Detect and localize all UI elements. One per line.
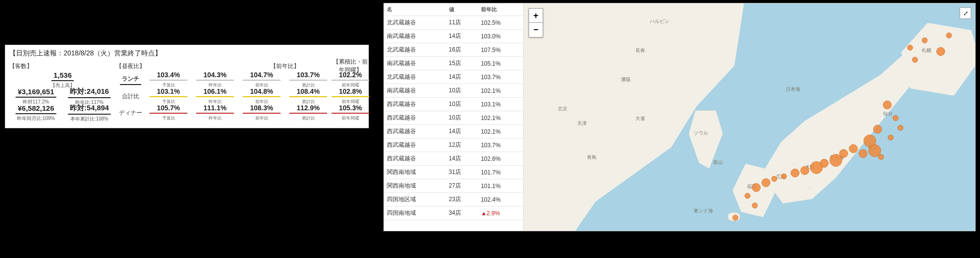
table-row[interactable]: 南武蔵越谷10店102.1% (384, 84, 523, 98)
m-1-2: 104.8%前年比 (238, 87, 285, 105)
hdr-hiruyoru: 【昼夜比】 (116, 62, 145, 70)
sales-summary-panel: 【日別売上速報：2018/8/28（火）営業終了時点】 【客数】 【昼夜比】 【… (5, 45, 369, 128)
zoom-out-button[interactable]: − (529, 23, 543, 37)
map-marker[interactable] (830, 154, 842, 167)
table-cell: ▲2.9% (478, 206, 523, 220)
table-cell: 12店 (446, 138, 478, 152)
m-2-0: 105.7%予算比 (145, 104, 192, 121)
table-cell: 103.7% (478, 70, 523, 84)
map-marker[interactable] (800, 166, 809, 175)
map-marker[interactable] (936, 47, 945, 56)
map-marker[interactable] (771, 176, 777, 182)
map-marker[interactable] (810, 161, 823, 174)
table-row[interactable]: 北武蔵越谷14店103.7% (384, 70, 523, 84)
m-0-0: 103.4%予算比 (145, 71, 192, 88)
table-cell: 14店 (446, 125, 478, 138)
map-marker[interactable] (752, 183, 761, 192)
table-cell: 102.4% (478, 193, 523, 206)
table-row[interactable]: 四国南地域34店▲2.9% (384, 206, 523, 220)
map-label: 青島 (587, 154, 597, 161)
map-marker[interactable] (745, 193, 750, 199)
map-marker[interactable] (922, 37, 928, 43)
table-cell: 西武蔵越谷 (384, 111, 446, 125)
hdr-zennenhi: 【前年比】 (238, 62, 332, 70)
map-marker[interactable] (893, 115, 898, 121)
table-cell: 103.1% (478, 98, 523, 111)
table-row[interactable]: 関西南地域31店101.7% (384, 166, 523, 179)
table-cell: 10店 (446, 111, 478, 125)
m-0-2: 104.7%前年比 (238, 71, 285, 88)
table-cell: 103.7% (478, 138, 523, 152)
map-marker[interactable] (897, 125, 903, 131)
table-row[interactable]: 西武蔵越谷10店103.1% (384, 98, 523, 111)
map-marker[interactable] (888, 135, 894, 140)
map-label: ハルビン (650, 18, 669, 25)
m-2-4: 105.3%前年同曜 (332, 104, 369, 121)
hdr-kyakusu: 【客数】 (9, 62, 63, 70)
table-cell: 14店 (446, 70, 478, 84)
table-cell: 西武蔵越谷 (384, 138, 446, 152)
table-cell: 15店 (446, 57, 478, 70)
map-marker[interactable] (791, 169, 799, 177)
sales-title: 【日別売上速報：2018/8/28（火）営業終了時点】 (9, 48, 365, 61)
table-row[interactable]: 西武蔵越谷10店102.1% (384, 111, 523, 125)
map-marker[interactable] (878, 154, 884, 160)
r2-v2: 昨対:54,894本年累計比:108% (63, 103, 116, 122)
map-marker[interactable] (912, 57, 918, 63)
table-cell: 27店 (446, 179, 478, 193)
table-cell: 34店 (446, 206, 478, 220)
map-marker[interactable] (752, 203, 758, 208)
map-marker[interactable] (849, 144, 858, 153)
region-table: 名 値 前年比 北武蔵越谷11店102.5%南武蔵越谷14店103.0%北武蔵越… (384, 3, 524, 231)
table-row[interactable]: 西武蔵越谷12店103.7% (384, 138, 523, 152)
map-label: 天津 (577, 120, 587, 127)
map-label: 北京 (558, 105, 567, 112)
map-label: 長春 (635, 47, 645, 54)
sales-grid: 【客数】 【昼夜比】 【前年比】 【累積比・前年同曜】 1,536 【売上高】 … (9, 61, 365, 121)
table-cell: 北武蔵越谷 (384, 16, 446, 30)
side-label-2: ディナー (116, 109, 145, 117)
table-cell: 南武蔵越谷 (384, 84, 446, 98)
table-row[interactable]: 西武蔵越谷14店102.6% (384, 152, 523, 166)
table-row[interactable]: 関西南地域27店101.1% (384, 179, 523, 193)
kyakusu-total: 1,536 (51, 71, 74, 81)
th-1[interactable]: 値 (446, 3, 478, 16)
map-marker[interactable] (781, 173, 787, 179)
table-row[interactable]: 南武蔵越谷14店103.0% (384, 30, 523, 43)
table-cell: 107.5% (478, 43, 523, 57)
table-row[interactable]: 四国地区域23店102.4% (384, 193, 523, 206)
table-cell: 102.1% (478, 111, 523, 125)
table-cell: 103.0% (478, 30, 523, 43)
map-label: 釜山 (713, 159, 723, 166)
map-marker[interactable] (762, 178, 770, 187)
table-cell: 102.1% (478, 125, 523, 138)
table-row[interactable]: 南武蔵越谷15店105.1% (384, 57, 523, 70)
table-cell: 14店 (446, 30, 478, 43)
table-cell: 31店 (446, 166, 478, 179)
map-marker[interactable] (859, 149, 867, 158)
th-0[interactable]: 名 (384, 3, 446, 16)
table-cell: 関西南地域 (384, 166, 446, 179)
table-cell: 102.5% (478, 16, 523, 30)
map-marker[interactable] (883, 101, 892, 109)
zoom-in-button[interactable]: + (529, 8, 543, 23)
table-row[interactable]: 北武蔵越谷16店107.5% (384, 43, 523, 57)
m-1-1: 106.1%昨年比 (192, 87, 238, 105)
table-cell: 23店 (446, 193, 478, 206)
map-marker[interactable] (873, 125, 882, 134)
map-label: ソウル (694, 130, 708, 137)
table-cell: 関西南地域 (384, 179, 446, 193)
side-label-0: ランチ (116, 75, 145, 85)
m-2-3: 112.9%累計比 (285, 104, 332, 121)
table-row[interactable]: 北武蔵越谷11店102.5% (384, 16, 523, 30)
th-2[interactable]: 前年比 (478, 3, 523, 16)
table-row[interactable]: 西武蔵越谷14店102.1% (384, 125, 523, 138)
map-expand-button[interactable]: ⤢ (960, 7, 971, 19)
map-marker[interactable] (946, 33, 952, 38)
table-cell: 四国地区域 (384, 193, 446, 206)
table-cell: 北武蔵越谷 (384, 70, 446, 84)
table-cell: 105.1% (478, 57, 523, 70)
japan-map[interactable]: + − ⤢ ハルビン長春瀋陽北京天津大連青島ソウル釜山日本海札幌仙台東京名古屋大… (524, 3, 975, 231)
map-marker[interactable] (732, 215, 738, 221)
map-marker[interactable] (907, 45, 913, 51)
